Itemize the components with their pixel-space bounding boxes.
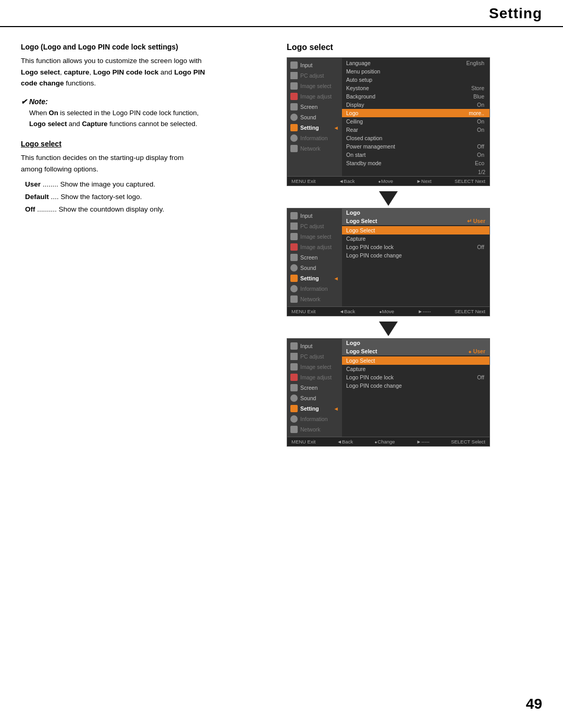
sidebar-label-info-3: Information	[300, 416, 328, 422]
ui-page-num-1: 1/2	[342, 168, 489, 176]
ui-main-panel-2: Logo Logo Select ↵ User Logo Select Capt…	[342, 208, 489, 306]
sidebar-item-input: Input	[287, 60, 342, 70]
setting-icon	[290, 124, 298, 131]
ui-sub-row-pinlock-2: Logo PIN code lockOff	[342, 243, 489, 251]
setting-arrow-3: ◄	[334, 405, 339, 412]
ui-row-ceiling: CeilingOn	[342, 117, 489, 126]
arrow-shape-2	[379, 322, 398, 336]
sidebar-label-sound: Sound	[300, 114, 316, 120]
info-icon	[290, 134, 298, 142]
page-number: 49	[526, 696, 542, 712]
sidebar-label-setting-2: Setting	[300, 275, 319, 281]
image-adj-icon-2	[290, 243, 298, 251]
ui-screenshot-1: Input PC adjust Image select Image adjus…	[287, 57, 490, 186]
sidebar-item-imgsel-3: Image select	[287, 362, 342, 372]
ui-row-standby: Standby modeEco	[342, 159, 489, 167]
ui-row-power: Power managementOff	[342, 142, 489, 151]
sound-icon-3	[290, 394, 298, 402]
sidebar-item-info-3: Information	[287, 414, 342, 424]
image-adj-icon	[290, 93, 298, 100]
content-area: Logo (Logo and Logo PIN code lock settin…	[0, 27, 563, 465]
panel-header-label-3: Logo	[346, 340, 360, 346]
input-icon	[290, 61, 298, 69]
ui-row-rear: RearOn	[342, 126, 489, 134]
list-item: User ........ Show the image you capture…	[25, 178, 271, 191]
ui-panel-header-2: Logo	[342, 208, 489, 217]
sidebar-label-pc: PC adjust	[300, 72, 324, 79]
arrow-shape-1	[379, 191, 398, 206]
logo-select-options: User ........ Show the image you capture…	[21, 178, 271, 216]
ui-sub-row-pinchange-3: Logo PIN code change	[342, 381, 489, 390]
sub-header-label-3: Logo Select	[346, 348, 377, 354]
sidebar-item-setting-2: Setting ◄	[287, 273, 342, 283]
ui-screenshot-2: Input PC adjust Image select Image adjus…	[287, 208, 490, 316]
sidebar-item-info-2: Information	[287, 283, 342, 294]
bb-back-2: ◄Back	[339, 309, 356, 314]
sidebar-item-imgadj-3: Image adjust	[287, 372, 342, 382]
logo-body-text: This function allows you to customize th…	[21, 57, 202, 65]
image-sel-icon-2	[290, 233, 298, 240]
sidebar-item-screen: Screen	[287, 102, 342, 112]
sidebar-item-imgsel-2: Image select	[287, 231, 342, 242]
sidebar-item-pc-3: PC adjust	[287, 351, 342, 362]
sidebar-label-network-3: Network	[300, 426, 321, 433]
bb-move-3: ⬥Change	[374, 439, 395, 445]
sub-header-label-2: Logo Select	[346, 218, 377, 224]
input-icon-2	[290, 212, 298, 219]
ui-sub-row-capture-2: Capture	[342, 235, 489, 243]
sidebar-item-network-2: Network	[287, 294, 342, 304]
ui-row-background: BackgroundBlue	[342, 92, 489, 101]
ui-sidebar-1: Input PC adjust Image select Image adjus…	[287, 58, 342, 176]
ui-body-2: Input PC adjust Image select Image adjus…	[287, 208, 489, 306]
list-item: Off .......... Show the countdown displa…	[25, 203, 271, 216]
sidebar-item-screen-2: Screen	[287, 252, 342, 263]
sidebar-label-screen: Screen	[300, 104, 317, 110]
note-logosel: Logo select	[29, 120, 67, 128]
ui-sub-rows-3: Logo Select Capture Logo PIN code lockOf…	[342, 355, 489, 391]
image-sel-icon	[290, 82, 298, 90]
note-title: ✔ Note:	[21, 97, 271, 106]
sidebar-label-info: Information	[300, 135, 328, 141]
ui-row-autosetup: Auto setup	[342, 76, 489, 84]
bb-exit-3: MENU Exit	[291, 439, 315, 445]
sidebar-item-sound: Sound	[287, 112, 342, 122]
page-title: Setting	[489, 5, 542, 22]
capture-bold: capture	[64, 68, 90, 76]
bb-exit-1: MENU Exit	[291, 178, 315, 184]
panel-header-label-2: Logo	[346, 209, 360, 216]
ui-row-onstart: On startOn	[342, 151, 489, 159]
ui-bottom-bar-3: MENU Exit ◄Back ⬥Change ►----- SELECT Se…	[287, 437, 489, 446]
sound-icon-2	[290, 264, 298, 272]
and-text: and	[158, 68, 174, 76]
sidebar-item-imgadj-2: Image adjust	[287, 242, 342, 252]
image-adj-icon-3	[290, 374, 298, 381]
bb-next-2: ►-----	[418, 309, 431, 314]
info-icon-2	[290, 285, 298, 292]
code-change-bold: code change	[21, 79, 64, 87]
image-sel-icon-3	[290, 363, 298, 371]
bb-next-3: ►-----	[417, 439, 430, 445]
sidebar-label-input-2: Input	[300, 213, 312, 219]
sidebar-item-sound-2: Sound	[287, 263, 342, 273]
logo-select-intro: This function decides on the starting-up…	[21, 152, 271, 175]
sidebar-label-imgadj: Image adjust	[300, 93, 332, 100]
ui-sidebar-3: Input PC adjust Image select Image adjus…	[287, 339, 342, 437]
sidebar-item-network-3: Network	[287, 424, 342, 435]
network-icon-2	[290, 295, 298, 303]
sidebar-label-info-2: Information	[300, 286, 328, 292]
ui-body-3: Input PC adjust Image select Image adjus…	[287, 339, 489, 437]
setting-icon-2	[290, 275, 298, 282]
sidebar-label-pc-2: PC adjust	[300, 223, 324, 229]
bb-select-1: SELECT Next	[455, 178, 485, 184]
sidebar-item-network: Network	[287, 143, 342, 154]
sidebar-label-imgadj-3: Image adjust	[300, 374, 332, 380]
ui-main-panel-3: Logo Logo Select ⬥ User Logo Select Capt…	[342, 339, 489, 437]
ui-sidebar-2: Input PC adjust Image select Image adjus…	[287, 208, 342, 306]
note-when: When	[29, 109, 49, 117]
ui-main-panel-1: LanguageEnglish Menu position Auto setup…	[342, 58, 489, 176]
pc-icon-2	[290, 223, 298, 230]
note-on: On	[49, 109, 58, 117]
screen-icon-2	[290, 254, 298, 261]
network-icon-3	[290, 426, 298, 433]
logo-pin2-bold: Logo PIN	[174, 68, 205, 76]
